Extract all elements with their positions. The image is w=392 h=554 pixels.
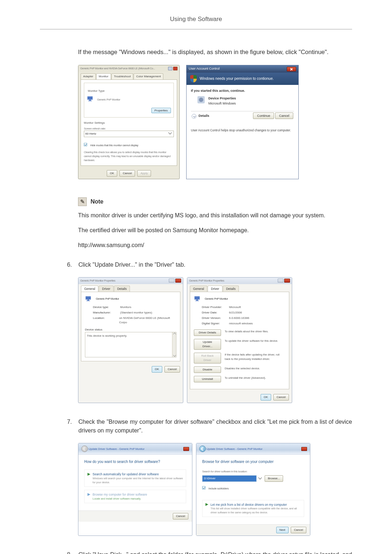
option-search-automatically[interactable]: Search automatically for updated driver … [84, 469, 186, 487]
note-icon: ✎ [78, 197, 87, 206]
tab-troubleshoot[interactable]: Troubleshoot [111, 73, 133, 79]
ok-button[interactable]: OK [261, 394, 271, 401]
search-location-label: Search for driver software in this locat… [202, 469, 304, 473]
chevron-down-icon[interactable] [259, 477, 262, 480]
driver-details-button[interactable]: Driver Details [194, 329, 221, 336]
monitor-dialog-title: Generic PnP Monitor and NVIDIA GeForce 6… [80, 66, 155, 70]
provider-value: Microsoft [229, 305, 241, 309]
version-value: 6.0.6000.16386 [229, 316, 249, 320]
continue-button[interactable]: Continue [253, 112, 274, 119]
uac-dialog-title: User Account Control [189, 66, 220, 71]
monitor-icon [194, 296, 200, 301]
props-driver-name: Generic PnP Monitor [205, 297, 228, 301]
wizard-title: Update Driver Software - Generic PnP Mon… [207, 447, 262, 451]
tab-details[interactable]: Details [223, 286, 239, 292]
close-icon[interactable] [287, 67, 296, 71]
include-subfolders-checkbox[interactable] [202, 486, 205, 489]
close-icon[interactable] [173, 67, 177, 70]
help-icon[interactable] [169, 279, 175, 283]
update-driver-button[interactable]: Update Driver... [194, 339, 221, 350]
cancel-button[interactable]: Cancel [173, 513, 188, 520]
manufacturer-key: Manufacturer: [93, 311, 120, 315]
arrow-icon [205, 503, 208, 506]
minimize-icon[interactable] [168, 67, 172, 70]
back-icon[interactable] [199, 446, 206, 452]
hide-modes-label: Hide modes that this monitor cannot disp… [90, 144, 138, 147]
uninstall-button[interactable]: Uninstall [194, 376, 221, 382]
device-properties-driver: Generic PnP Monitor Properties General D… [187, 277, 292, 403]
tab-driver[interactable]: Driver [99, 286, 114, 292]
tab-adapter[interactable]: Adapter [81, 73, 96, 79]
cancel-button[interactable]: Cancel [119, 170, 135, 177]
update-driver-wizard-search: Update Driver Software - Generic PnP Mon… [78, 443, 192, 536]
uac-banner-text: Windows needs your permission to contion… [200, 76, 274, 81]
location-value: on NVIDIA GeForce 6600 LE (Microsoft Cor… [119, 316, 176, 325]
note-url: http://www.samsung.com/ [78, 241, 352, 250]
uninstall-desc: To uninstall the driver (Advanced). [225, 376, 285, 380]
apply-button[interactable]: Apply [137, 170, 151, 177]
tab-driver[interactable]: Driver [208, 286, 222, 292]
hide-modes-checkbox[interactable] [84, 143, 87, 146]
uac-program-name: Device Properties [208, 96, 236, 101]
monitor-icon [87, 96, 93, 102]
monitor-properties-dialog: Generic PnP Monitor and NVIDIA GeForce 6… [78, 65, 180, 179]
window-buttons [168, 67, 177, 70]
props-general-title: Generic PnP Monitor Properties [80, 279, 115, 283]
signer-value: microsoft windows [229, 321, 253, 326]
refresh-rate-value: 60 Hertz [85, 132, 96, 136]
close-icon[interactable] [183, 447, 189, 451]
uac-started-text: If you started this action, continue. [191, 89, 294, 94]
chevron-down-icon[interactable] [192, 114, 196, 119]
device-type-value: Monitors [120, 305, 131, 309]
ok-button[interactable]: OK [152, 366, 163, 373]
window-buttons [169, 279, 181, 283]
close-icon[interactable] [284, 279, 290, 283]
page-title: Using the Software [40, 15, 352, 29]
scrollbar[interactable] [172, 332, 176, 357]
date-value: 6/21/2006 [229, 311, 242, 315]
option-pick-from-list[interactable]: Let me pick from a list of device driver… [202, 500, 304, 517]
device-status-label: Device status [85, 328, 176, 332]
version-key: Driver Version: [202, 316, 229, 320]
location-key: Location: [93, 316, 119, 325]
option-browse-computer[interactable]: Browse my computer for driver software L… [84, 490, 186, 503]
manufacturer-value: (Standard monitor types) [120, 311, 152, 315]
step-text-7: Check the "Browse my computer for driver… [78, 418, 352, 435]
window-buttons [183, 447, 189, 451]
path-input[interactable]: D:\Driver [202, 475, 257, 482]
option-title: Browse my computer for driver software [93, 492, 147, 497]
refresh-rate-select[interactable]: 60 Hertz [84, 131, 174, 137]
date-key: Driver Date: [202, 311, 229, 315]
tab-general[interactable]: General [190, 286, 207, 292]
monitor-type-label: Monitor Type [87, 89, 106, 93]
tab-details[interactable]: Details [114, 286, 130, 292]
close-icon[interactable] [175, 279, 181, 283]
device-status-box: This device is working properly. [85, 332, 176, 357]
device-properties-general: Generic PnP Monitor Properties General D… [78, 277, 183, 403]
close-icon[interactable] [301, 447, 307, 451]
cancel-button[interactable]: Cancel [164, 366, 180, 373]
tab-general[interactable]: General [81, 286, 98, 292]
cancel-button[interactable]: Cancel [291, 527, 306, 533]
window-buttons [301, 447, 307, 451]
tab-monitor[interactable]: Monitor [96, 73, 111, 79]
note-line-1: This monitor driver is under certifying … [78, 211, 352, 220]
option-desc: This list will show installed driver sof… [211, 507, 301, 514]
note-heading: ✎ Note [78, 197, 352, 206]
ok-button[interactable]: OK [107, 170, 118, 177]
details-toggle[interactable]: Details [199, 114, 209, 119]
disable-button[interactable]: Disable [194, 366, 221, 373]
tab-color-management[interactable]: Color Management [134, 73, 163, 79]
rollback-driver-button[interactable]: Roll Back Driver [194, 353, 221, 364]
browse-button[interactable]: Browse... [265, 475, 283, 482]
props-driver-title: Generic PnP Monitor Properties [189, 279, 224, 283]
cancel-button[interactable]: Cancel [275, 112, 293, 119]
cancel-button[interactable]: Cancel [273, 394, 289, 401]
properties-button[interactable]: Properties [151, 108, 171, 113]
back-icon [81, 446, 88, 452]
next-button[interactable]: Next [276, 527, 289, 533]
help-icon[interactable] [278, 279, 283, 283]
include-subfolders-label: Include subfolders [208, 487, 228, 490]
monitor-name-text: Generic PnP Monitor [97, 98, 120, 101]
step-text-6: Click "Update Driver..." in the "Driver"… [78, 260, 352, 269]
